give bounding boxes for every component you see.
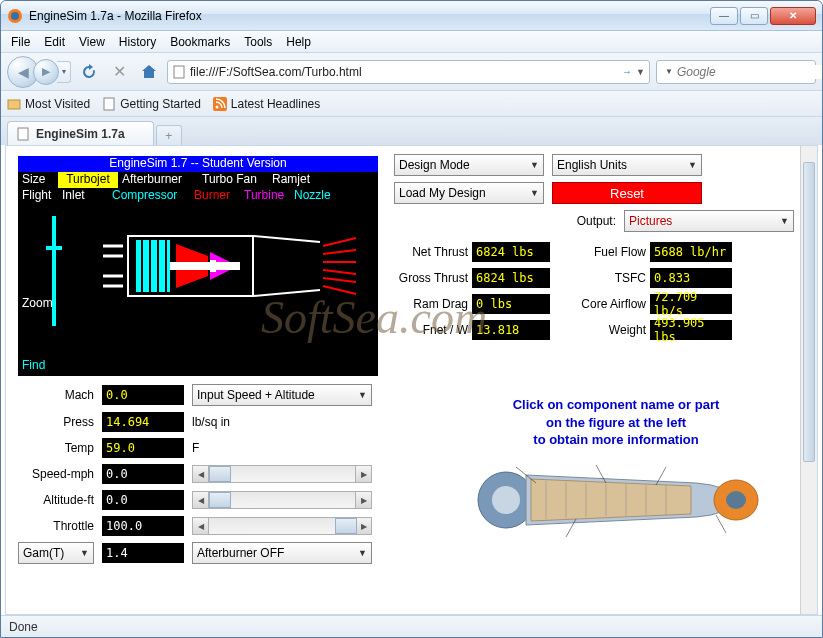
applet-flight[interactable]: Flight bbox=[18, 188, 58, 204]
close-button[interactable]: ✕ bbox=[770, 7, 816, 25]
applet-turbojet[interactable]: Turbojet bbox=[58, 172, 118, 188]
reset-button[interactable]: Reset bbox=[552, 182, 702, 204]
scrollbar-vertical[interactable] bbox=[800, 146, 817, 614]
press-unit: lb/sq in bbox=[192, 415, 230, 429]
stop-button[interactable]: ✕ bbox=[107, 60, 131, 84]
svg-rect-11 bbox=[18, 128, 28, 140]
info-box: Click on component name or part on the f… bbox=[446, 396, 786, 545]
svg-line-30 bbox=[323, 278, 356, 282]
net-thrust-label: Net Thrust bbox=[394, 245, 472, 259]
menu-bookmarks[interactable]: Bookmarks bbox=[164, 33, 236, 51]
svg-point-35 bbox=[492, 486, 520, 514]
scrollbar-thumb[interactable] bbox=[803, 162, 815, 462]
url-input[interactable] bbox=[190, 65, 618, 79]
gam-select[interactable]: Gam(T) bbox=[18, 542, 94, 564]
bookmark-latest-headlines[interactable]: Latest Headlines bbox=[213, 97, 320, 111]
core-airflow-value: 72.709 lb/s bbox=[650, 294, 732, 314]
design-mode-select[interactable]: Design Mode bbox=[394, 154, 544, 176]
svg-rect-25 bbox=[170, 262, 240, 270]
menu-history[interactable]: History bbox=[113, 33, 162, 51]
applet-turbine[interactable]: Turbine bbox=[240, 188, 290, 204]
press-value[interactable]: 14.694 bbox=[102, 412, 184, 432]
load-design-select[interactable]: Load My Design bbox=[394, 182, 544, 204]
zoom-label: Zoom bbox=[22, 296, 53, 310]
applet-afterburner[interactable]: Afterburner bbox=[118, 172, 198, 188]
applet-burner[interactable]: Burner bbox=[190, 188, 240, 204]
speed-slider[interactable]: ◀▶ bbox=[192, 465, 372, 483]
units-select[interactable]: English Units bbox=[552, 154, 702, 176]
svg-line-33 bbox=[253, 290, 320, 296]
mach-value[interactable]: 0.0 bbox=[102, 385, 184, 405]
speed-slider-thumb[interactable] bbox=[209, 466, 231, 482]
maximize-button[interactable]: ▭ bbox=[740, 7, 768, 25]
menu-tools[interactable]: Tools bbox=[238, 33, 278, 51]
slider-left-icon[interactable]: ◀ bbox=[193, 466, 209, 482]
minimize-button[interactable]: — bbox=[710, 7, 738, 25]
altitude-value[interactable]: 0.0 bbox=[102, 490, 184, 510]
fnetw-value: 13.818 bbox=[472, 320, 550, 340]
ram-drag-value: 0 lbs bbox=[472, 294, 550, 314]
applet-nozzle[interactable]: Nozzle bbox=[290, 188, 336, 204]
output-select[interactable]: Pictures bbox=[624, 210, 794, 232]
applet-size[interactable]: Size bbox=[18, 172, 58, 188]
reload-button[interactable] bbox=[77, 60, 101, 84]
url-dropdown[interactable]: ▼ bbox=[636, 67, 645, 77]
altitude-slider[interactable]: ◀▶ bbox=[192, 491, 372, 509]
history-dropdown[interactable]: ▾ bbox=[57, 61, 71, 83]
applet-turbofan[interactable]: Turbo Fan bbox=[198, 172, 268, 188]
slider-right-icon[interactable]: ▶ bbox=[355, 466, 371, 482]
engine-schematic[interactable] bbox=[98, 216, 358, 316]
applet-inlet[interactable]: Inlet bbox=[58, 188, 108, 204]
tab-label: EngineSim 1.7a bbox=[36, 127, 125, 141]
nav-toolbar: ◀ ▶ ▾ ✕ → ▼ G ▼ bbox=[1, 53, 822, 91]
speed-value[interactable]: 0.0 bbox=[102, 464, 184, 484]
applet-ramjet[interactable]: Ramjet bbox=[268, 172, 318, 188]
svg-rect-2 bbox=[174, 66, 184, 78]
tab-enginesim[interactable]: EngineSim 1.7a bbox=[7, 121, 154, 145]
throttle-label: Throttle bbox=[18, 519, 94, 533]
svg-point-10 bbox=[215, 105, 218, 108]
info-line-2: on the figure at the left bbox=[446, 414, 786, 432]
menu-edit[interactable]: Edit bbox=[38, 33, 71, 51]
altitude-slider-thumb[interactable] bbox=[209, 492, 231, 508]
url-bar[interactable]: → ▼ bbox=[167, 60, 650, 84]
menu-help[interactable]: Help bbox=[280, 33, 317, 51]
slider-right-icon[interactable]: ▶ bbox=[355, 492, 371, 508]
throttle-value[interactable]: 100.0 bbox=[102, 516, 184, 536]
search-box[interactable]: G ▼ bbox=[656, 60, 816, 84]
slider-right-icon[interactable]: ▶ bbox=[355, 518, 371, 534]
afterburner-select[interactable]: Afterburner OFF bbox=[192, 542, 372, 564]
go-dropdown[interactable]: → bbox=[622, 66, 632, 77]
search-input[interactable] bbox=[677, 65, 823, 79]
zoom-slider-handle[interactable] bbox=[46, 246, 62, 250]
menu-bar: File Edit View History Bookmarks Tools H… bbox=[1, 31, 822, 53]
temp-value[interactable]: 59.0 bbox=[102, 438, 184, 458]
engine-applet[interactable]: EngineSim 1.7 -- Student Version Size Tu… bbox=[18, 156, 378, 376]
slider-left-icon[interactable]: ◀ bbox=[193, 492, 209, 508]
svg-line-29 bbox=[323, 270, 356, 274]
page-icon bbox=[102, 97, 116, 111]
applet-compressor[interactable]: Compressor bbox=[108, 188, 190, 204]
gam-value[interactable]: 1.4 bbox=[102, 543, 184, 563]
engine-cutaway-image[interactable] bbox=[466, 455, 766, 545]
window-title: EngineSim 1.7a - Mozilla Firefox bbox=[29, 9, 710, 23]
throttle-slider-thumb[interactable] bbox=[335, 518, 357, 534]
input-mode-select[interactable]: Input Speed + Altitude bbox=[192, 384, 372, 406]
new-tab-button[interactable]: + bbox=[156, 125, 182, 145]
search-dropdown[interactable]: ▼ bbox=[665, 67, 673, 76]
slider-left-icon[interactable]: ◀ bbox=[193, 518, 209, 534]
fuel-flow-label: Fuel Flow bbox=[568, 245, 650, 259]
mach-label: Mach bbox=[18, 388, 94, 402]
bookmark-getting-started[interactable]: Getting Started bbox=[102, 97, 201, 111]
find-link[interactable]: Find bbox=[22, 358, 45, 372]
menu-file[interactable]: File bbox=[5, 33, 36, 51]
rss-icon bbox=[213, 97, 227, 111]
folder-icon bbox=[7, 97, 21, 111]
bookmark-most-visited[interactable]: Most Visited bbox=[7, 97, 90, 111]
throttle-slider[interactable]: ◀▶ bbox=[192, 517, 372, 535]
forward-button[interactable]: ▶ bbox=[33, 59, 59, 85]
menu-view[interactable]: View bbox=[73, 33, 111, 51]
home-button[interactable] bbox=[137, 60, 161, 84]
svg-line-26 bbox=[323, 238, 356, 246]
info-line-3: to obtain more information bbox=[446, 431, 786, 449]
